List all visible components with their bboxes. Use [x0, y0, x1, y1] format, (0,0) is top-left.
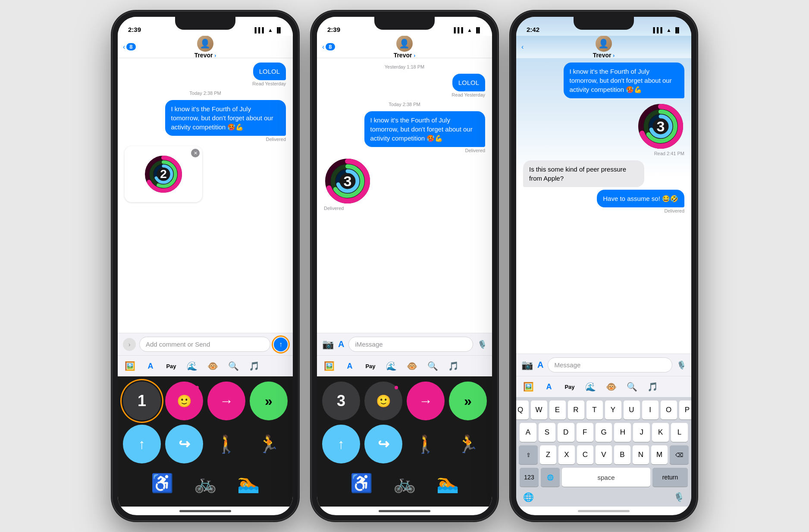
fitness-btn-run-2[interactable]: 🏃 [449, 425, 487, 463]
fitness-btn-curve-2[interactable]: ↪ [364, 425, 402, 463]
key-w[interactable]: W [531, 401, 547, 419]
imessage-field-2[interactable]: iMessage [348, 337, 473, 352]
fitness-icon-swim-1[interactable]: 🏊 [231, 468, 266, 498]
fitness-btn-run-1[interactable]: 🏃 [250, 425, 288, 463]
key-space[interactable]: space [562, 468, 650, 487]
key-n[interactable]: N [633, 445, 649, 464]
fitness-btn-smiley-1[interactable]: 🙂 [165, 382, 203, 420]
key-p[interactable]: P [679, 401, 692, 419]
key-l[interactable]: L [671, 423, 688, 442]
fitness-icon-wheelchair-1[interactable]: ♿ [145, 468, 179, 498]
key-h[interactable]: H [614, 423, 631, 442]
key-e[interactable]: E [549, 401, 566, 419]
nav-back-2[interactable]: ‹ 8 [322, 43, 335, 51]
mic-icon-2[interactable]: 🎙️ [477, 340, 487, 349]
apps-icon-3[interactable]: A [537, 360, 543, 370]
tray-pay-3[interactable]: Pay [563, 380, 577, 394]
close-btn-1[interactable]: ✕ [191, 149, 200, 157]
tray-apps-3[interactable]: A [542, 380, 556, 394]
apps-icon-2[interactable]: A [338, 339, 344, 349]
nav-back-3[interactable]: ‹ [521, 43, 524, 51]
key-shift[interactable]: ⇧ [519, 445, 538, 464]
fitness-btn-arrow-up-2[interactable]: ↑ [322, 425, 360, 463]
key-m[interactable]: M [651, 445, 668, 464]
key-v[interactable]: V [596, 445, 612, 464]
status-time-1: 2:39 [128, 26, 141, 33]
fitness-btn-arrow-right-2[interactable]: → [407, 382, 445, 420]
messages-area-1: LOLOL Read Yesterday Today 2:38 PM I kno… [118, 58, 293, 333]
nav-back-1[interactable]: ‹ 8 [123, 43, 136, 51]
key-r[interactable]: R [568, 401, 584, 419]
key-t[interactable]: T [586, 401, 603, 419]
mic-bottom-icon[interactable]: 🎙️ [674, 492, 684, 502]
key-u[interactable]: U [624, 401, 640, 419]
send-btn-1[interactable]: ↑ [274, 338, 288, 351]
fitness-btn-1-1[interactable]: 1 [123, 382, 161, 420]
tray-apps-2[interactable]: A [343, 359, 357, 373]
fitness-btn-curve-1[interactable]: ↪ [165, 425, 203, 463]
key-o[interactable]: O [661, 401, 677, 419]
key-a[interactable]: A [520, 423, 536, 442]
tray-search-2[interactable]: 🔍 [426, 359, 439, 373]
tray-photos-3[interactable]: 🖼️ [521, 380, 535, 394]
input-chevron-1[interactable]: › [123, 338, 136, 351]
key-y[interactable]: Y [605, 401, 621, 419]
tray-activity-3[interactable]: 🌊 [583, 380, 597, 394]
tray-music-2[interactable]: 🎵 [446, 359, 460, 373]
fitness-btn-walk-1[interactable]: 🚶 [207, 425, 245, 463]
camera-icon-3[interactable]: 📷 [521, 360, 533, 371]
input-field-1[interactable]: Add comment or Send [139, 337, 270, 352]
tray-emoji-3[interactable]: 🐵 [604, 380, 618, 394]
key-b[interactable]: B [614, 445, 630, 464]
tray-photos-2[interactable]: 🖼️ [322, 359, 336, 373]
key-j[interactable]: J [633, 423, 650, 442]
tray-emoji-2[interactable]: 🐵 [405, 359, 419, 373]
tray-pay-1[interactable]: Pay [164, 359, 178, 373]
key-z[interactable]: Z [540, 445, 556, 464]
key-s[interactable]: S [539, 423, 555, 442]
key-d[interactable]: D [558, 423, 574, 442]
key-return[interactable]: return [652, 468, 688, 487]
key-delete[interactable]: ⌫ [670, 445, 689, 464]
key-i[interactable]: I [642, 401, 658, 419]
tray-emoji-1[interactable]: 🐵 [206, 359, 219, 373]
tray-photos-1[interactable]: 🖼️ [123, 359, 137, 373]
fitness-btn-arrow-up-1[interactable]: ↑ [123, 425, 161, 463]
key-numbers[interactable]: 123 [520, 468, 539, 487]
tray-search-1[interactable]: 🔍 [226, 359, 240, 373]
tray-music-3[interactable]: 🎵 [646, 380, 659, 394]
camera-icon-2[interactable]: 📷 [322, 339, 334, 350]
tray-music-1[interactable]: 🎵 [247, 359, 261, 373]
nav-center-1[interactable]: 👤 Trevor › [194, 35, 216, 59]
bubble-july-3: I know it's the Fourth of July tomorrow,… [564, 63, 685, 98]
nav-center-2[interactable]: 👤 Trevor › [394, 35, 416, 59]
nav-center-3[interactable]: 👤 Trevor › [593, 35, 615, 59]
key-g[interactable]: G [596, 423, 612, 442]
status-icons-3: ▌▌▌ ▲ ▐▌ [653, 27, 681, 33]
key-c[interactable]: C [577, 445, 593, 464]
imessage-field-3[interactable]: Message [548, 357, 672, 372]
key-k[interactable]: K [652, 423, 669, 442]
tray-pay-2[interactable]: Pay [364, 359, 377, 373]
fitness-icon-wheelchair-2[interactable]: ♿ [344, 468, 379, 498]
globe-bottom-icon[interactable]: 🌐 [523, 492, 534, 502]
tray-apps-1[interactable]: A [144, 359, 157, 373]
fitness-btn-double-arrow-1[interactable]: » [250, 382, 288, 420]
fitness-btn-double-arrow-2[interactable]: » [449, 382, 487, 420]
tray-activity-2[interactable]: 🌊 [384, 359, 398, 373]
key-globe[interactable]: 🌐 [541, 468, 560, 487]
mic-icon-3[interactable]: 🎙️ [677, 360, 686, 370]
key-q[interactable]: Q [516, 401, 529, 419]
fitness-btn-walk-2[interactable]: 🚶 [407, 425, 445, 463]
key-f[interactable]: F [577, 423, 593, 442]
fitness-btn-3-2[interactable]: 3 [322, 382, 360, 420]
fitness-icon-bike-1[interactable]: 🚲 [188, 468, 223, 498]
fitness-btn-arrow-right-1[interactable]: → [207, 382, 245, 420]
fitness-btn-smiley-2[interactable]: 🙂 [364, 382, 402, 420]
tray-search-3[interactable]: 🔍 [625, 380, 639, 394]
fitness-icon-bike-2[interactable]: 🚲 [387, 468, 422, 498]
status-time-2: 2:39 [327, 26, 340, 33]
fitness-icon-swim-2[interactable]: 🏊 [430, 468, 465, 498]
key-x[interactable]: X [558, 445, 575, 464]
tray-activity-1[interactable]: 🌊 [185, 359, 199, 373]
